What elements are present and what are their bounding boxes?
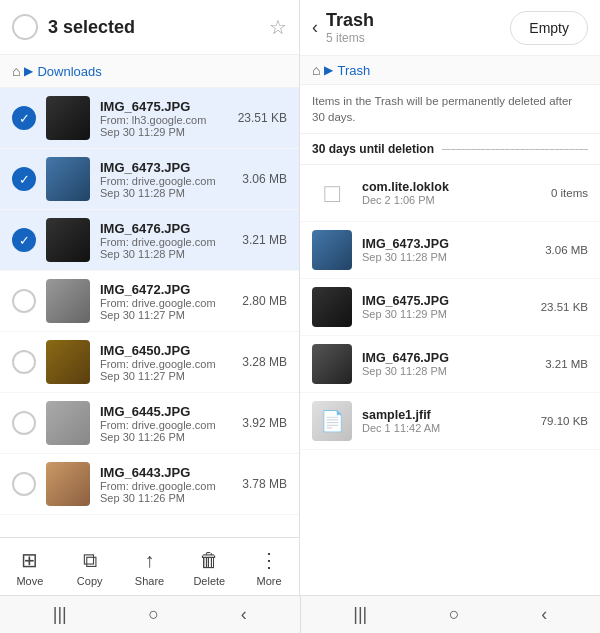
share-label: Share [135,575,164,587]
file-name: IMG_6445.JPG [100,404,232,419]
trash-item[interactable]: IMG_6473.JPGSep 30 11:28 PM3.06 MB [300,222,600,279]
file-item[interactable]: IMG_6443.JPGFrom: drive.google.comSep 30… [0,454,299,515]
trash-item-date: Sep 30 11:28 PM [362,251,535,263]
sys-nav-left: ||| ○ ‹ [0,596,300,633]
toolbar-more-button[interactable]: ⋮More [239,538,299,595]
file-info: IMG_6445.JPGFrom: drive.google.comSep 30… [100,404,232,443]
file-item[interactable]: IMG_6472.JPGFrom: drive.google.comSep 30… [0,271,299,332]
right-header: ‹ Trash 5 items Empty [300,0,600,56]
back-button[interactable]: ‹ [312,17,318,38]
empty-button[interactable]: Empty [510,11,588,45]
toolbar-share-button[interactable]: ↑Share [120,538,180,595]
file-name: IMG_6473.JPG [100,160,232,175]
file-size: 3.06 MB [242,172,287,186]
file-thumbnail [46,218,90,262]
nav-back-left[interactable]: ‹ [241,604,247,625]
toolbar-delete-button[interactable]: 🗑Delete [179,538,239,595]
trash-breadcrumb-link[interactable]: Trash [337,63,370,78]
nav-menu-left[interactable]: ||| [53,604,67,625]
left-header: 3 selected ☆ [0,0,299,55]
right-panel: ‹ Trash 5 items Empty ⌂ ▶ Trash Items in… [300,0,600,595]
trash-home-icon[interactable]: ⌂ [312,62,320,78]
file-checkbox[interactable] [12,106,36,130]
file-item[interactable]: IMG_6445.JPGFrom: drive.google.comSep 30… [0,393,299,454]
trash-item-date: Sep 30 11:28 PM [362,365,535,377]
file-item[interactable]: IMG_6450.JPGFrom: drive.google.comSep 30… [0,332,299,393]
move-icon: ⊞ [21,548,38,572]
file-info: IMG_6475.JPGFrom: lh3.google.comSep 30 1… [100,99,228,138]
nav-home-right[interactable]: ○ [449,604,460,625]
trash-item[interactable]: IMG_6475.JPGSep 30 11:29 PM23.51 KB [300,279,600,336]
file-info: IMG_6450.JPGFrom: drive.google.comSep 30… [100,343,232,382]
delete-icon: 🗑 [199,549,219,572]
trash-item-name: sample1.jfif [362,408,531,422]
file-size: 2.80 MB [242,294,287,308]
file-thumbnail [46,157,90,201]
trash-item-thumbnail: □ [312,173,352,213]
trash-notice: Items in the Trash will be permanently d… [300,85,600,134]
trash-item-thumbnail [312,230,352,270]
trash-item-name: IMG_6475.JPG [362,294,531,308]
file-thumbnail [46,279,90,323]
trash-item[interactable]: □com.lite.loklokDec 2 1:06 PM0 items [300,165,600,222]
trash-item[interactable]: 📄sample1.jfifDec 1 11:42 AM79.10 KB [300,393,600,450]
file-date: Sep 30 11:26 PM [100,431,232,443]
sys-nav-right: ||| ○ ‹ [301,596,601,633]
right-header-info: Trash 5 items [326,10,502,45]
more-icon: ⋮ [259,548,279,572]
trash-item-thumbnail [312,344,352,384]
trash-item-size: 3.21 MB [545,358,588,370]
file-source: From: drive.google.com [100,175,232,187]
file-source: From: drive.google.com [100,419,232,431]
delete-label: Delete [193,575,225,587]
trash-item-info: sample1.jfifDec 1 11:42 AM [362,408,531,434]
trash-breadcrumb-arrow: ▶ [324,63,333,77]
trash-item-date: Dec 2 1:06 PM [362,194,541,206]
file-info: IMG_6473.JPGFrom: drive.google.comSep 30… [100,160,232,199]
nav-home-left[interactable]: ○ [148,604,159,625]
copy-icon: ⧉ [83,549,97,572]
left-breadcrumb: ⌂ ▶ Downloads [0,55,299,88]
nav-menu-right[interactable]: ||| [353,604,367,625]
file-source: From: drive.google.com [100,236,232,248]
file-checkbox[interactable] [12,228,36,252]
trash-list: □com.lite.loklokDec 2 1:06 PM0 itemsIMG_… [300,165,600,595]
file-info: IMG_6443.JPGFrom: drive.google.comSep 30… [100,465,232,504]
trash-item-name: com.lite.loklok [362,180,541,194]
home-icon[interactable]: ⌂ [12,63,20,79]
system-nav: ||| ○ ‹ ||| ○ ‹ [0,595,600,633]
file-name: IMG_6450.JPG [100,343,232,358]
file-item[interactable]: IMG_6473.JPGFrom: drive.google.comSep 30… [0,149,299,210]
trash-title: Trash [326,10,502,31]
toolbar-move-button[interactable]: ⊞Move [0,538,60,595]
breadcrumb-arrow: ▶ [24,64,33,78]
file-checkbox[interactable] [12,289,36,313]
file-date: Sep 30 11:27 PM [100,370,232,382]
trash-subtitle: 5 items [326,31,502,45]
file-checkbox[interactable] [12,350,36,374]
toolbar-copy-button[interactable]: ⧉Copy [60,538,120,595]
file-checkbox[interactable] [12,472,36,496]
file-checkbox[interactable] [12,411,36,435]
select-all-checkbox[interactable] [12,14,38,40]
trash-item-size: 23.51 KB [541,301,588,313]
nav-back-right[interactable]: ‹ [541,604,547,625]
trash-item-info: IMG_6475.JPGSep 30 11:29 PM [362,294,531,320]
file-name: IMG_6443.JPG [100,465,232,480]
file-list: IMG_6475.JPGFrom: lh3.google.comSep 30 1… [0,88,299,537]
file-item[interactable]: IMG_6476.JPGFrom: drive.google.comSep 30… [0,210,299,271]
file-source: From: drive.google.com [100,480,232,492]
breadcrumb-downloads-link[interactable]: Downloads [37,64,101,79]
star-icon[interactable]: ☆ [269,15,287,39]
file-source: From: drive.google.com [100,358,232,370]
file-item[interactable]: IMG_6475.JPGFrom: lh3.google.comSep 30 1… [0,88,299,149]
file-source: From: drive.google.com [100,297,232,309]
trash-item-thumbnail [312,287,352,327]
trash-item-size: 79.10 KB [541,415,588,427]
trash-item-name: IMG_6476.JPG [362,351,535,365]
right-breadcrumb: ⌂ ▶ Trash [300,56,600,85]
file-date: Sep 30 11:28 PM [100,187,232,199]
trash-item[interactable]: IMG_6476.JPGSep 30 11:28 PM3.21 MB [300,336,600,393]
days-line-divider [442,149,588,150]
file-checkbox[interactable] [12,167,36,191]
